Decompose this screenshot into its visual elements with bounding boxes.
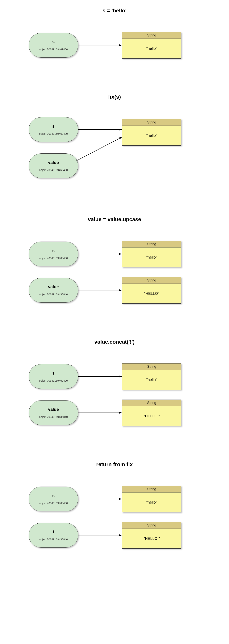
svg-line-4	[76, 137, 122, 161]
variable-name: s	[52, 124, 54, 129]
variable-object-id: object 70349169469400	[39, 379, 68, 382]
object-type-label: String	[122, 277, 181, 284]
variable-object-id: object 70349169435840	[39, 416, 68, 418]
variable-node: sobject 70349169469400	[28, 242, 78, 266]
variable-object-id: object 70349169435840	[39, 538, 68, 541]
object-type-label: String	[122, 119, 181, 126]
variable-node: valueobject 70349169435840	[28, 400, 78, 425]
object-box: String"hello"	[122, 119, 181, 146]
object-type-label: String	[122, 241, 181, 248]
variable-node: sobject 70349169469400	[28, 364, 78, 389]
svg-marker-15	[119, 498, 122, 500]
variable-node: tobject 70349169435840	[28, 523, 78, 548]
object-type-label: String	[122, 522, 181, 529]
diagram-section: return from fixsobject 70349169469400Str…	[0, 462, 229, 550]
variable-node: sobject 70349169469400	[28, 486, 78, 512]
object-value: "hello"	[122, 39, 181, 58]
object-value: "HELLO!"	[122, 406, 181, 426]
variable-name: s	[52, 248, 54, 253]
object-type-label: String	[122, 400, 181, 406]
object-value: "hello"	[122, 370, 181, 390]
section-title: return from fix	[0, 462, 229, 468]
variable-object-id: object 70349169435840	[39, 293, 68, 296]
variable-object-id: object 70349169469400	[39, 132, 68, 135]
section-title: value = value.upcase	[0, 216, 229, 222]
variable-node: sobject 70349169469400	[28, 117, 78, 142]
svg-marker-1	[119, 44, 122, 46]
variable-object-id: object 70349169469400	[39, 48, 68, 51]
object-value: "HELLO"	[122, 284, 181, 304]
object-type-label: String	[122, 364, 181, 370]
svg-marker-17	[119, 534, 122, 536]
variable-node: valueobject 70349169469400	[28, 154, 78, 178]
variable-name: value	[48, 160, 59, 165]
object-box: String"hello"	[122, 363, 181, 390]
object-box: String"hello"	[122, 241, 181, 267]
variable-object-id: object 70349169469400	[39, 168, 68, 172]
svg-marker-11	[119, 376, 122, 378]
variable-name: value	[48, 284, 59, 290]
object-box: String"HELLO!"	[122, 522, 181, 548]
diagram-section: value = value.upcasesobject 703491694694…	[0, 216, 229, 304]
object-value: "HELLO!"	[122, 529, 181, 548]
object-value: "hello"	[122, 248, 181, 267]
object-value: "hello"	[122, 492, 181, 512]
diagram-section: s = 'hello'sobject 70349169469400String"…	[0, 8, 229, 60]
object-box: String"HELLO!"	[122, 400, 181, 426]
variable-name: s	[52, 40, 54, 44]
variable-name: t	[53, 530, 54, 534]
variable-node: valueobject 70349169435840	[28, 278, 78, 303]
svg-marker-3	[119, 128, 122, 130]
variable-object-id: object 70349169469400	[39, 257, 68, 260]
section-title: fix(s)	[0, 94, 229, 100]
svg-marker-9	[119, 289, 122, 291]
object-value: "hello"	[122, 126, 181, 146]
object-type-label: String	[122, 32, 181, 39]
object-box: String"HELLO"	[122, 277, 181, 304]
variable-node: sobject 70349169469400	[28, 33, 78, 58]
svg-marker-5	[119, 137, 122, 139]
diagram-section: value.concat('!')sobject 70349169469400S…	[0, 339, 229, 427]
svg-marker-13	[119, 412, 122, 414]
diagram-section: fix(s)sobject 70349169469400valueobject …	[0, 94, 229, 182]
object-type-label: String	[122, 486, 181, 492]
section-title: value.concat('!')	[0, 339, 229, 345]
variable-object-id: object 70349169469400	[39, 502, 68, 505]
object-box: String"hello"	[122, 486, 181, 512]
variable-name: s	[52, 493, 54, 498]
variable-name: s	[52, 371, 54, 376]
section-title: s = 'hello'	[0, 8, 229, 14]
object-box: String"hello"	[122, 32, 181, 58]
variable-name: value	[48, 407, 59, 412]
svg-marker-7	[119, 253, 122, 255]
